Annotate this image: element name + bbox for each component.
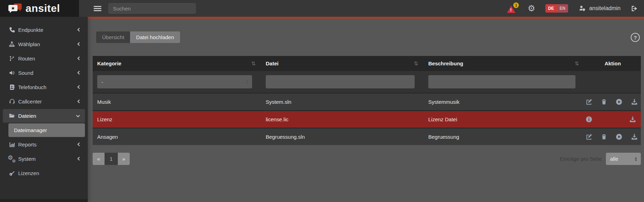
sort-icon[interactable]: ⇅ <box>251 60 256 67</box>
logout-icon[interactable] <box>631 5 638 12</box>
sort-icon[interactable]: ⇅ <box>414 60 418 67</box>
column-header-kategorie: Kategorie ⇅ <box>93 60 261 67</box>
phone-icon <box>8 27 15 33</box>
info-icon[interactable] <box>586 116 592 123</box>
username: ansiteladmin <box>589 5 621 12</box>
chevron-left-icon <box>77 84 80 90</box>
pagination-bar: « 1 » Einträge pro Seite alle ▴▾ <box>93 153 641 165</box>
volume-icon <box>8 70 15 76</box>
route-branch-icon <box>8 56 15 62</box>
cogs-icon: ⚙⚙ <box>8 156 15 163</box>
menu-toggle-icon[interactable] <box>94 5 101 12</box>
play-icon[interactable] <box>616 99 622 105</box>
main-content: Übersicht Datei hochladen ? Kategorie ⇅ … <box>88 19 644 202</box>
filter-row: - ▴▾ <box>93 71 641 93</box>
beschreibung-filter-input[interactable] <box>428 75 575 88</box>
column-header-beschreibung: Beschreibung ⇅ <box>424 60 585 67</box>
folder-open-icon <box>8 113 15 119</box>
warnings-button[interactable]: ! 1 <box>507 4 517 13</box>
brand-name: ansitel <box>26 2 60 14</box>
chevron-left-icon <box>77 27 80 33</box>
sitemap-icon <box>8 41 15 47</box>
sidebar-item-reports[interactable]: Reports <box>3 138 85 151</box>
column-header-datei: Datei ⇅ <box>261 60 424 67</box>
sidebar-item-lizenzen[interactable]: Lizenzen <box>3 166 85 180</box>
tab-datei-hochladen[interactable]: Datei hochladen <box>130 31 180 43</box>
lang-en-button[interactable]: EN <box>557 4 568 13</box>
help-icon[interactable]: ? <box>631 33 640 42</box>
headset-icon <box>8 99 15 104</box>
per-page-control: Einträge pro Seite alle ▴▾ <box>560 153 641 165</box>
sidebar-subitem-dateimanager[interactable]: Dateimanager <box>8 123 85 137</box>
search-input[interactable] <box>108 3 196 14</box>
chevron-left-icon <box>77 56 80 62</box>
star-icon: ★ <box>11 6 15 10</box>
user-shield-icon <box>578 5 586 12</box>
sidebar-item-waehlplan[interactable]: Wählplan <box>3 37 85 51</box>
download-icon[interactable] <box>631 99 638 105</box>
prev-page-button[interactable]: « <box>93 153 105 165</box>
download-icon[interactable] <box>631 134 638 140</box>
speech-bubble-white: ★ <box>8 5 17 11</box>
select-caret-icon: ▴▾ <box>246 79 248 84</box>
sort-icon[interactable]: ⇅ <box>574 60 579 67</box>
brand-logo-icon: ★ <box>8 3 22 14</box>
sidebar-item-routen[interactable]: Routen <box>3 52 85 65</box>
table-header: Kategorie ⇅ Datei ⇅ Beschreibung ⇅ Aktio… <box>93 56 641 71</box>
download-icon[interactable] <box>629 116 636 123</box>
accent-divider <box>88 17 644 19</box>
topbar: ! 1 ⚙ DE EN ansiteladmin <box>79 0 644 17</box>
user-menu[interactable]: ansiteladmin <box>578 5 621 12</box>
table-row: Ansagen Begruessung.sln Begruessung <box>93 128 641 145</box>
current-page-button[interactable]: 1 <box>105 153 118 165</box>
chart-bar-icon <box>8 142 15 147</box>
sidebar-footer <box>0 199 88 202</box>
pager: « 1 » <box>93 153 130 165</box>
edit-icon[interactable] <box>586 99 592 105</box>
select-caret-icon: ▴▾ <box>635 157 637 161</box>
datei-filter-input[interactable] <box>266 75 415 88</box>
chevron-left-icon <box>77 41 80 47</box>
view-tabs: Übersicht Datei hochladen <box>96 31 180 43</box>
per-page-label: Einträge pro Seite <box>560 156 602 162</box>
sidebar-item-sound[interactable]: Sound <box>3 66 85 80</box>
tab-uebersicht[interactable]: Übersicht <box>96 31 130 43</box>
chevron-left-icon <box>77 156 80 162</box>
play-icon[interactable] <box>616 134 622 140</box>
delete-icon[interactable] <box>601 134 607 140</box>
address-book-icon <box>8 84 15 90</box>
sidebar-item-system[interactable]: ⚙⚙ System <box>3 152 85 166</box>
sidebar-item-endpunkte[interactable]: Endpunkte <box>3 23 85 37</box>
lang-de-button[interactable]: DE <box>545 4 557 13</box>
chevron-left-icon <box>77 70 80 76</box>
category-filter-select[interactable]: - ▴▾ <box>97 75 252 88</box>
table-row: Musik System.sln Systemmusik <box>93 93 641 110</box>
sidebar: Endpunkte Wählplan Routen Sound <box>0 17 88 202</box>
next-page-button[interactable]: » <box>118 153 130 165</box>
chevron-down-icon <box>76 113 80 119</box>
sidebar-item-dateien[interactable]: Dateien <box>3 109 85 123</box>
table-row-highlighted: Lizenz license.lic Lizenz Datei <box>93 110 641 128</box>
chevron-left-icon <box>77 99 80 104</box>
sidebar-item-telefonbuch[interactable]: Telefonbuch <box>3 80 85 94</box>
gear-icon[interactable]: ⚙ <box>528 4 535 13</box>
delete-icon[interactable] <box>601 99 607 105</box>
file-table: Kategorie ⇅ Datei ⇅ Beschreibung ⇅ Aktio… <box>93 56 641 145</box>
column-header-aktion: Aktion <box>585 60 641 66</box>
topbar-actions: ! 1 ⚙ DE EN ansiteladmin <box>507 4 638 13</box>
chevron-left-icon <box>77 142 80 147</box>
edit-icon[interactable] <box>586 134 592 140</box>
sidebar-item-callcenter[interactable]: Callcenter <box>3 95 85 108</box>
per-page-select[interactable]: alle ▴▾ <box>606 153 641 165</box>
key-icon <box>8 170 15 176</box>
language-toggle[interactable]: DE EN <box>545 4 568 13</box>
brand: ★ ansitel <box>0 0 79 17</box>
warning-count-badge: 1 <box>513 2 519 8</box>
